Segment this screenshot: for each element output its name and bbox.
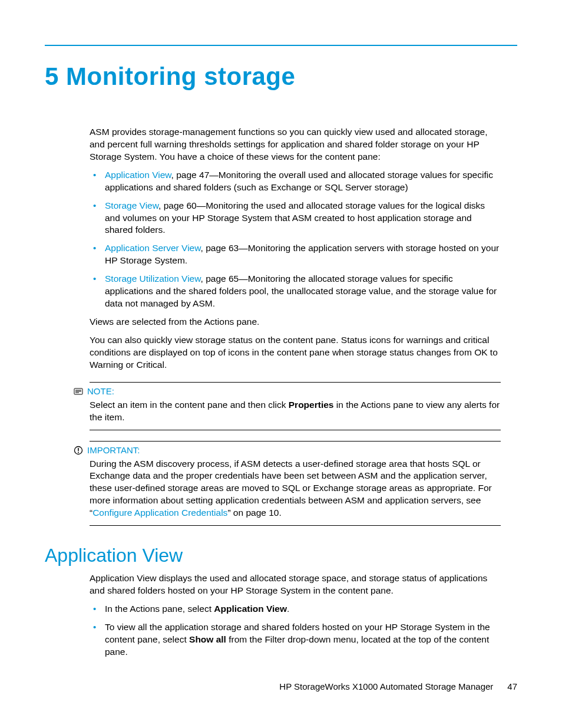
list-item: Storage View, page 60—Monitoring the use…: [90, 200, 501, 237]
page-number: 47: [507, 681, 517, 691]
chapter-number: 5: [45, 62, 59, 90]
note-icon: [73, 386, 84, 397]
text: Select an item in the content pane and t…: [90, 400, 289, 410]
page-footer: HP StorageWorks X1000 Automated Storage …: [279, 681, 517, 691]
rule: [90, 525, 501, 526]
link-application-view[interactable]: Application View: [105, 170, 171, 180]
intro-paragraph: ASM provides storage-management function…: [90, 126, 501, 163]
list-item: To view all the application storage and …: [90, 621, 501, 658]
link-storage-utilization-view[interactable]: Storage Utilization View: [105, 274, 201, 284]
bold-text: Application View: [214, 604, 287, 614]
list-item-text: , page 60—Monitoring the used and alloca…: [105, 200, 485, 235]
chapter-title: Monitoring storage: [66, 62, 295, 90]
note-header: NOTE:: [90, 386, 501, 397]
chapter-heading: 5 Monitoring storage: [45, 62, 517, 91]
bold-text: Show all: [189, 634, 226, 644]
paragraph: Application View displays the used and a…: [90, 572, 501, 597]
list-item: Application View, page 47—Monitoring the…: [90, 169, 501, 194]
section-heading-application-view: Application View: [45, 545, 517, 566]
important-body: During the ASM discovery process, if ASM…: [90, 458, 501, 520]
rule: [90, 430, 501, 430]
page: 5 Monitoring storage ASM provides storag…: [0, 0, 562, 728]
important-header: IMPORTANT:: [90, 445, 501, 456]
intro-block: ASM provides storage-management function…: [90, 126, 501, 371]
appview-list: In the Actions pane, select Application …: [90, 603, 501, 658]
link-configure-credentials[interactable]: Configure Application Credentials: [92, 508, 227, 518]
list-item: In the Actions pane, select Application …: [90, 603, 501, 615]
footer-title: HP StorageWorks X1000 Automated Storage …: [279, 681, 493, 691]
rule: [90, 382, 501, 383]
important-icon: [73, 445, 84, 456]
note-body: Select an item in the content pane and t…: [90, 399, 501, 424]
important-label: IMPORTANT:: [87, 445, 140, 455]
paragraph: You can also quickly view storage status…: [90, 334, 501, 371]
svg-point-6: [78, 452, 79, 453]
text: In the Actions pane, select: [105, 604, 214, 614]
list-item: Application Server View, page 63—Monitor…: [90, 242, 501, 267]
note-admonition: NOTE: Select an item in the content pane…: [90, 382, 501, 430]
paragraph: Views are selected from the Actions pane…: [90, 316, 501, 328]
text: ” on page 10.: [227, 508, 281, 518]
important-admonition: IMPORTANT: During the ASM discovery proc…: [90, 441, 501, 526]
link-storage-view[interactable]: Storage View: [105, 200, 158, 210]
rule: [90, 441, 501, 442]
appview-block: Application View displays the used and a…: [90, 572, 501, 658]
list-item: Storage Utilization View, page 65—Monito…: [90, 273, 501, 310]
bold-text: Properties: [289, 400, 334, 410]
views-list: Application View, page 47—Monitoring the…: [90, 169, 501, 310]
text: .: [287, 604, 289, 614]
link-application-server-view[interactable]: Application Server View: [105, 243, 201, 253]
top-rule: [45, 45, 517, 46]
note-label: NOTE:: [87, 386, 114, 396]
